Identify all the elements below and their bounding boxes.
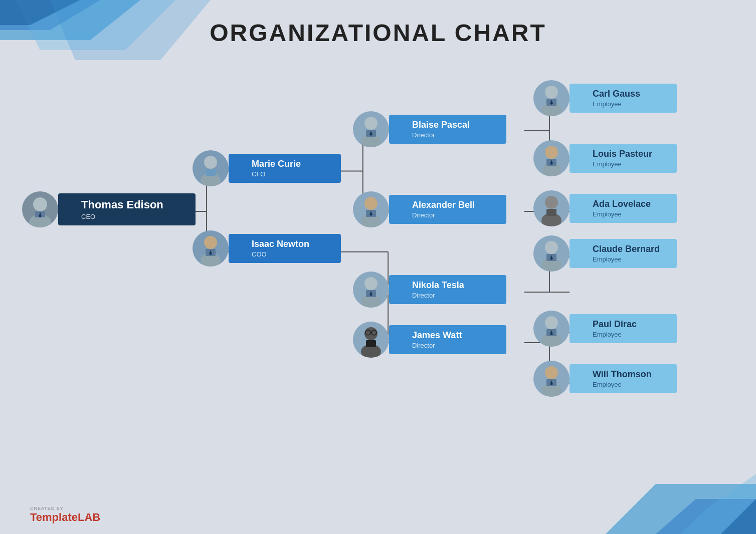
content-carl: Carl Gauss Employee	[570, 84, 677, 113]
svg-point-51	[364, 197, 377, 210]
svg-point-80	[545, 316, 558, 329]
watermark-brand: TemplateLAB	[30, 511, 100, 524]
name-carl: Carl Gauss	[593, 89, 669, 100]
avatar-paul	[533, 311, 570, 347]
name-paul: Paul Dirac	[593, 319, 669, 330]
node-employee-louis: Louis Pasteur Employee	[551, 141, 677, 175]
content-blaise: Blaise Pascal Director	[389, 115, 506, 144]
svg-point-84	[545, 366, 558, 379]
content-louis: Louis Pasteur Employee	[570, 144, 677, 173]
node-coo: Isaac Newton COO	[211, 229, 341, 268]
avatar-ada	[533, 190, 570, 226]
node-director-nikola: Nikola Tesla Director	[371, 271, 506, 309]
role-coo: COO	[252, 250, 333, 258]
svg-rect-42	[206, 169, 216, 176]
content-ceo: Thomas Edison CEO	[58, 193, 196, 225]
node-director-james: James Watt Director	[371, 321, 506, 359]
watermark-created-by: CREATED BY	[30, 506, 64, 511]
name-nikola: Nikola Tesla	[412, 280, 498, 291]
name-james: James Watt	[412, 330, 498, 341]
node-cfo: Marie Curie CFO	[211, 149, 341, 187]
svg-rect-75	[546, 209, 556, 216]
name-alexander: Alexander Bell	[412, 200, 498, 211]
content-will: Will Thomson Employee	[570, 364, 677, 394]
avatar-carl	[533, 80, 570, 116]
role-blaise: Director	[412, 131, 498, 139]
name-ada: Ada Lovelace	[593, 199, 669, 210]
role-ceo: CEO	[81, 213, 187, 220]
chart-container: Thomas Edison CEO Marie Curie CFO	[25, 60, 731, 494]
avatar-ceo	[22, 191, 58, 227]
page-title: ORGANIZATIONAL CHART	[0, 19, 756, 47]
avatar-nikola	[353, 272, 389, 308]
svg-point-65	[545, 86, 558, 99]
node-employee-carl: Carl Gauss Employee	[551, 81, 677, 115]
svg-point-43	[204, 236, 217, 249]
avatar-alexander	[353, 191, 389, 227]
avatar-louis	[533, 140, 570, 176]
svg-point-35	[33, 197, 47, 211]
role-louis: Employee	[593, 160, 669, 168]
watermark-brand-bold: LAB	[78, 511, 100, 523]
svg-point-55	[364, 277, 377, 290]
role-will: Employee	[593, 381, 669, 388]
watermark-brand-normal: Template	[30, 511, 78, 523]
svg-point-76	[545, 241, 558, 254]
svg-point-73	[545, 196, 558, 209]
role-nikola: Director	[412, 292, 498, 299]
avatar-coo	[193, 230, 229, 266]
avatar-will	[533, 361, 570, 397]
content-nikola: Nikola Tesla Director	[389, 275, 506, 305]
name-claude: Claude Bernard	[593, 244, 669, 255]
role-ada: Employee	[593, 210, 669, 218]
role-james: Director	[412, 342, 498, 349]
role-carl: Employee	[593, 100, 669, 108]
svg-point-59	[364, 327, 377, 340]
svg-rect-61	[366, 340, 376, 347]
content-james: James Watt Director	[389, 325, 506, 355]
role-claude: Employee	[593, 255, 669, 263]
role-alexander: Director	[412, 211, 498, 219]
node-ceo: Thomas Edison CEO	[40, 189, 196, 229]
svg-point-40	[204, 156, 217, 169]
avatar-claude	[533, 235, 570, 272]
name-blaise: Blaise Pascal	[412, 120, 498, 131]
avatar-blaise	[353, 111, 389, 147]
role-paul: Employee	[593, 331, 669, 338]
svg-point-47	[364, 117, 377, 130]
node-employee-claude: Claude Bernard Employee	[551, 236, 677, 271]
node-director-blaise: Blaise Pascal Director	[371, 110, 506, 148]
svg-point-69	[545, 146, 558, 159]
name-will: Will Thomson	[593, 369, 669, 380]
avatar-james	[353, 322, 389, 358]
content-coo: Isaac Newton COO	[229, 234, 341, 263]
node-employee-paul: Paul Dirac Employee	[551, 312, 677, 346]
content-claude: Claude Bernard Employee	[570, 239, 677, 269]
role-cfo: CFO	[252, 170, 333, 178]
name-louis: Louis Pasteur	[593, 149, 669, 160]
content-cfo: Marie Curie CFO	[229, 154, 341, 183]
node-director-alexander: Alexander Bell Director	[371, 190, 506, 228]
name-cfo: Marie Curie	[252, 159, 333, 170]
name-coo: Isaac Newton	[252, 239, 333, 250]
name-ceo: Thomas Edison	[81, 198, 187, 211]
watermark: CREATED BY TemplateLAB	[30, 506, 100, 524]
node-employee-ada: Ada Lovelace Employee	[551, 191, 677, 225]
content-ada: Ada Lovelace Employee	[570, 194, 677, 223]
content-alexander: Alexander Bell Director	[389, 195, 506, 224]
node-employee-will: Will Thomson Employee	[551, 362, 677, 396]
avatar-cfo	[193, 150, 229, 186]
content-paul: Paul Dirac Employee	[570, 314, 677, 344]
